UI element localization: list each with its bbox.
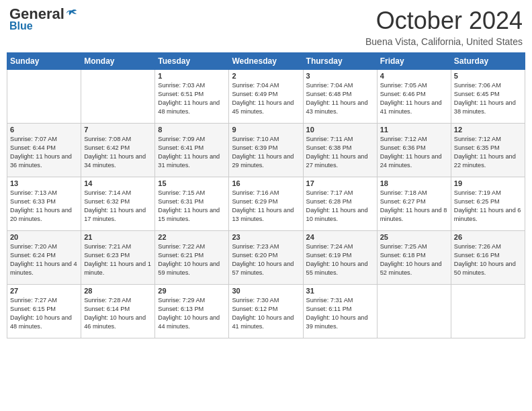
calendar-cell: 18Sunrise: 7:18 AMSunset: 6:27 PMDayligh… [377,177,451,231]
weekday-header-thursday: Thursday [303,53,377,70]
cell-content: Sunrise: 7:19 AMSunset: 6:25 PMDaylight:… [454,189,522,224]
cell-content: Sunrise: 7:28 AMSunset: 6:14 PMDaylight:… [84,296,152,331]
cell-content: Sunrise: 7:06 AMSunset: 6:45 PMDaylight:… [454,81,522,116]
day-number: 24 [306,233,374,241]
day-number: 3 [306,72,374,80]
calendar-cell: 11Sunrise: 7:12 AMSunset: 6:36 PMDayligh… [377,124,451,177]
cell-content: Sunrise: 7:23 AMSunset: 6:20 PMDaylight:… [232,242,300,277]
day-number: 28 [84,287,152,295]
calendar-week-row: 6Sunrise: 7:07 AMSunset: 6:44 PMDaylight… [7,124,525,177]
cell-content: Sunrise: 7:29 AMSunset: 6:13 PMDaylight:… [158,296,226,331]
day-number: 30 [232,287,300,295]
calendar-cell: 22Sunrise: 7:22 AMSunset: 6:21 PMDayligh… [155,231,229,285]
cell-content: Sunrise: 7:12 AMSunset: 6:35 PMDaylight:… [454,135,522,170]
day-number: 7 [84,126,152,134]
calendar-cell: 3Sunrise: 7:04 AMSunset: 6:48 PMDaylight… [303,70,377,124]
day-number: 17 [306,179,374,187]
cell-content: Sunrise: 7:17 AMSunset: 6:28 PMDaylight:… [306,189,374,224]
calendar-cell [81,70,155,124]
day-number: 14 [84,179,152,187]
calendar-cell: 21Sunrise: 7:21 AMSunset: 6:23 PMDayligh… [81,231,155,285]
day-number: 19 [454,179,522,187]
header: General Blue October 2024 Buena Vista, C… [7,7,525,47]
weekday-header-monday: Monday [81,53,155,70]
page-container: General Blue October 2024 Buena Vista, C… [7,7,525,338]
day-number: 2 [232,72,300,80]
day-number: 9 [232,126,300,134]
cell-content: Sunrise: 7:15 AMSunset: 6:31 PMDaylight:… [158,189,226,224]
cell-content: Sunrise: 7:18 AMSunset: 6:27 PMDaylight:… [380,189,448,224]
calendar-cell: 4Sunrise: 7:05 AMSunset: 6:46 PMDaylight… [377,70,451,124]
calendar-week-row: 1Sunrise: 7:03 AMSunset: 6:51 PMDaylight… [7,70,525,124]
calendar-week-row: 13Sunrise: 7:13 AMSunset: 6:33 PMDayligh… [7,177,525,231]
calendar-cell: 27Sunrise: 7:27 AMSunset: 6:15 PMDayligh… [7,285,81,338]
cell-content: Sunrise: 7:03 AMSunset: 6:51 PMDaylight:… [158,81,226,116]
cell-content: Sunrise: 7:07 AMSunset: 6:44 PMDaylight:… [10,135,78,170]
cell-content: Sunrise: 7:20 AMSunset: 6:24 PMDaylight:… [10,242,78,277]
cell-content: Sunrise: 7:04 AMSunset: 6:49 PMDaylight:… [232,81,300,116]
day-number: 25 [380,233,448,241]
weekday-header-wednesday: Wednesday [229,53,303,70]
day-number: 31 [306,287,374,295]
calendar-cell: 28Sunrise: 7:28 AMSunset: 6:14 PMDayligh… [81,285,155,338]
calendar-cell: 30Sunrise: 7:30 AMSunset: 6:12 PMDayligh… [229,285,303,338]
cell-content: Sunrise: 7:31 AMSunset: 6:11 PMDaylight:… [306,296,374,331]
weekday-header-saturday: Saturday [451,53,525,70]
calendar-cell: 29Sunrise: 7:29 AMSunset: 6:13 PMDayligh… [155,285,229,338]
calendar-cell: 15Sunrise: 7:15 AMSunset: 6:31 PMDayligh… [155,177,229,231]
calendar-week-row: 20Sunrise: 7:20 AMSunset: 6:24 PMDayligh… [7,231,525,285]
day-number: 6 [10,126,78,134]
calendar-cell: 17Sunrise: 7:17 AMSunset: 6:28 PMDayligh… [303,177,377,231]
cell-content: Sunrise: 7:22 AMSunset: 6:21 PMDaylight:… [158,242,226,277]
calendar-cell [377,285,451,338]
day-number: 4 [380,72,448,80]
weekday-header-friday: Friday [377,53,451,70]
calendar-cell: 24Sunrise: 7:24 AMSunset: 6:19 PMDayligh… [303,231,377,285]
calendar-cell: 26Sunrise: 7:26 AMSunset: 6:16 PMDayligh… [451,231,525,285]
cell-content: Sunrise: 7:16 AMSunset: 6:29 PMDaylight:… [232,189,300,224]
cell-content: Sunrise: 7:24 AMSunset: 6:19 PMDaylight:… [306,242,374,277]
day-number: 8 [158,126,226,134]
day-number: 21 [84,233,152,241]
calendar-cell [7,70,81,124]
cell-content: Sunrise: 7:05 AMSunset: 6:46 PMDaylight:… [380,81,448,116]
calendar-cell [451,285,525,338]
day-number: 22 [158,233,226,241]
cell-content: Sunrise: 7:13 AMSunset: 6:33 PMDaylight:… [10,189,78,224]
calendar-cell: 23Sunrise: 7:23 AMSunset: 6:20 PMDayligh… [229,231,303,285]
cell-content: Sunrise: 7:21 AMSunset: 6:23 PMDaylight:… [84,242,152,277]
day-number: 16 [232,179,300,187]
day-number: 29 [158,287,226,295]
cell-content: Sunrise: 7:08 AMSunset: 6:42 PMDaylight:… [84,135,152,170]
day-number: 10 [306,126,374,134]
calendar-cell: 1Sunrise: 7:03 AMSunset: 6:51 PMDaylight… [155,70,229,124]
calendar-cell: 7Sunrise: 7:08 AMSunset: 6:42 PMDaylight… [81,124,155,177]
cell-content: Sunrise: 7:04 AMSunset: 6:48 PMDaylight:… [306,81,374,116]
calendar-week-row: 27Sunrise: 7:27 AMSunset: 6:15 PMDayligh… [7,285,525,338]
weekday-header-tuesday: Tuesday [155,53,229,70]
cell-content: Sunrise: 7:30 AMSunset: 6:12 PMDaylight:… [232,296,300,331]
calendar-cell: 12Sunrise: 7:12 AMSunset: 6:35 PMDayligh… [451,124,525,177]
calendar-cell: 6Sunrise: 7:07 AMSunset: 6:44 PMDaylight… [7,124,81,177]
day-number: 26 [454,233,522,241]
day-number: 5 [454,72,522,80]
month-title: October 2024 [365,7,523,35]
logo-blue-text: Blue [9,20,33,32]
calendar-cell: 2Sunrise: 7:04 AMSunset: 6:49 PMDaylight… [229,70,303,124]
cell-content: Sunrise: 7:14 AMSunset: 6:32 PMDaylight:… [84,189,152,224]
day-number: 11 [380,126,448,134]
day-number: 13 [10,179,78,187]
calendar-cell: 8Sunrise: 7:09 AMSunset: 6:41 PMDaylight… [155,124,229,177]
logo: General Blue [9,7,78,32]
calendar-cell: 31Sunrise: 7:31 AMSunset: 6:11 PMDayligh… [303,285,377,338]
calendar-cell: 5Sunrise: 7:06 AMSunset: 6:45 PMDaylight… [451,70,525,124]
cell-content: Sunrise: 7:11 AMSunset: 6:38 PMDaylight:… [306,135,374,170]
cell-content: Sunrise: 7:25 AMSunset: 6:18 PMDaylight:… [380,242,448,277]
logo-general-text: General [9,7,64,21]
location-text: Buena Vista, California, United States [365,36,523,47]
calendar-cell: 19Sunrise: 7:19 AMSunset: 6:25 PMDayligh… [451,177,525,231]
calendar-cell: 20Sunrise: 7:20 AMSunset: 6:24 PMDayligh… [7,231,81,285]
weekday-header-sunday: Sunday [7,53,81,70]
calendar-cell: 16Sunrise: 7:16 AMSunset: 6:29 PMDayligh… [229,177,303,231]
title-area: October 2024 Buena Vista, California, Un… [365,7,523,47]
